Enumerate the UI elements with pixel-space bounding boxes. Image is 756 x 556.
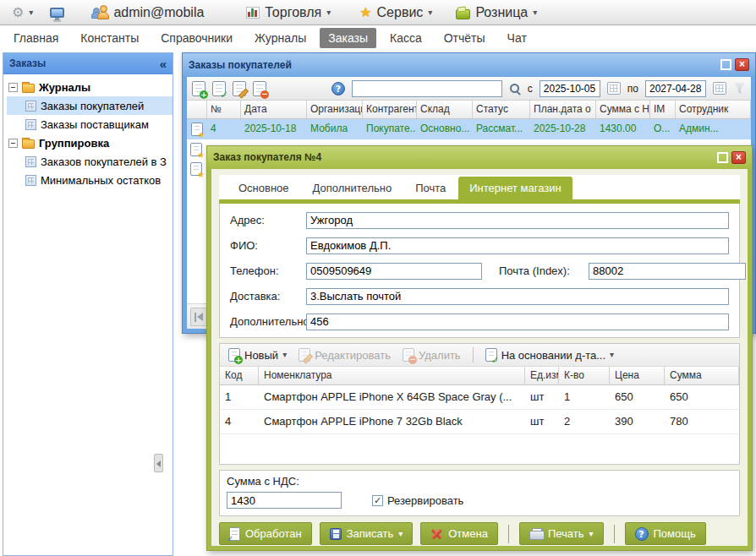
save-button[interactable]: Записать ▾ [320, 522, 414, 545]
tree-group-gruppirovka[interactable]: Группировка [7, 134, 173, 152]
help-icon[interactable]: ? [331, 82, 345, 95]
phone-input[interactable] [306, 263, 482, 280]
items-col-price[interactable]: Цена [610, 367, 665, 385]
new-order-button[interactable] [192, 81, 205, 96]
address-input[interactable] [306, 212, 729, 229]
tab-dopolnitelno[interactable]: Дополнительно [302, 177, 403, 199]
date-from-input[interactable] [540, 80, 600, 97]
items-col-sum[interactable]: Сумма [665, 367, 739, 385]
collapse-panel-icon[interactable]: « [160, 57, 167, 70]
tab-konstanty[interactable]: Константы [72, 28, 147, 48]
column-header-warehouse[interactable]: Склад [417, 101, 473, 119]
order-modal-body: Основное Дополнительно Почта Интернет ма… [211, 169, 748, 546]
delivery-input[interactable] [306, 288, 729, 305]
settings-menu[interactable]: ⚙ ▾ [7, 6, 38, 19]
cell-employee: Админ... [676, 119, 751, 139]
checkbox-checked-icon[interactable]: ✓ [372, 495, 383, 506]
cancel-x-icon [430, 527, 443, 540]
items-col-unit[interactable]: Ед.изм. [525, 367, 559, 385]
main-tabbar: Главная Константы Справочники Журналы За… [0, 26, 756, 49]
post-order-button[interactable] [212, 81, 226, 96]
menu-trade[interactable]: Торговля ▾ [241, 5, 336, 20]
collapse-node-icon[interactable] [8, 139, 18, 148]
cell-plan-date: 2025-10-28 [530, 119, 596, 139]
menu-retail[interactable]: Розница ▾ [451, 5, 542, 20]
help-button[interactable]: ? Помощь [625, 522, 706, 545]
modal-footer: Обработан Записать ▾ Отмена Печать ▾ [219, 516, 740, 545]
tab-chat[interactable]: Чат [499, 28, 535, 48]
tree-item-grouping-orders[interactable]: Заказов покупателей в З [7, 152, 173, 171]
collapse-node-icon[interactable] [8, 83, 18, 92]
column-header-sum[interactable]: Сумма с НДС [596, 101, 650, 119]
tree-item-orders-suppliers[interactable]: Заказы поставщикам [7, 115, 173, 134]
tab-kassa[interactable]: Касса [381, 28, 430, 48]
close-icon[interactable]: × [731, 151, 746, 164]
tab-spravochniki[interactable]: Справочники [152, 28, 241, 48]
orders-search-input[interactable] [352, 80, 502, 97]
total-sum-input[interactable] [227, 492, 342, 509]
maximize-icon[interactable] [717, 152, 728, 163]
delete-order-button[interactable] [253, 81, 266, 96]
tab-zhurnaly[interactable]: Журналы [246, 28, 315, 48]
calendar-icon[interactable] [607, 82, 621, 95]
items-col-qty[interactable]: К-во [559, 367, 610, 385]
user-name: admin@mobila [113, 5, 204, 20]
item-edit-button[interactable]: Редактировать [295, 346, 394, 363]
sidebar-splitter-handle[interactable] [154, 454, 163, 472]
tab-pochta[interactable]: Почта [404, 177, 457, 199]
date-to-input[interactable] [645, 80, 706, 97]
filter-funnel-icon[interactable] [733, 83, 746, 95]
items-col-nomenclature[interactable]: Номенклатура [259, 367, 525, 385]
item-sum: 780 [665, 410, 739, 433]
orders-grid-header: № Дата Организация Контрагент Склад Стат… [187, 101, 751, 119]
column-header-date[interactable]: Дата [241, 101, 307, 119]
search-icon[interactable] [509, 83, 521, 95]
column-header-organization[interactable]: Организация [307, 101, 363, 119]
maximize-icon[interactable] [720, 59, 731, 70]
item-row[interactable]: 1 Смартфон APPLE iPhone X 64GB Space Gra… [220, 385, 739, 410]
item-new-button[interactable]: Новый ▾ [225, 346, 290, 363]
item-new-label: Новый [244, 349, 278, 362]
extra-input[interactable] [306, 313, 729, 330]
items-col-code[interactable]: Код [220, 367, 259, 385]
calendar-icon[interactable] [713, 82, 726, 95]
menu-retail-label: Розница [475, 5, 528, 20]
monitor-button[interactable] [45, 7, 69, 18]
item-row[interactable]: 4 Смартфон APPLE iPhone 7 32Gb Black шт … [220, 410, 739, 434]
tab-internet-magazin[interactable]: Интернет магазин [458, 177, 572, 199]
close-icon[interactable]: × [735, 58, 749, 71]
monitor-icon [50, 8, 64, 18]
order-row-selected[interactable]: 4 2025-10-18 Мобила Покупате... Основно.… [187, 119, 751, 139]
mail-index-input[interactable] [589, 263, 746, 280]
user-menu[interactable]: admin@mobila [86, 5, 209, 20]
tab-osnovnoe[interactable]: Основное [227, 177, 300, 199]
column-header-contragent[interactable]: Контрагент [363, 101, 417, 119]
based-on-document-button[interactable]: На основании д-та... ▾ [482, 346, 618, 363]
tree-item-min-stock[interactable]: Минимальных остатков [7, 171, 173, 189]
tab-otchety[interactable]: Отчёты [436, 28, 494, 48]
item-delete-button[interactable]: Удалить [399, 346, 464, 363]
reserve-label: Резервировать [387, 494, 463, 507]
chevron-down-icon: ▾ [29, 8, 33, 17]
column-header-employee[interactable]: Сотрудник [676, 101, 751, 119]
chevron-down-icon: ▾ [610, 351, 614, 359]
column-header-im[interactable]: IM [650, 101, 676, 119]
order-modal-window: Заказ покупателя №4 × Основное Дополните… [206, 145, 753, 551]
item-code: 1 [220, 385, 259, 409]
tree-group-label: Группировка [39, 137, 109, 150]
column-header-plan-date[interactable]: План.дата о [530, 101, 596, 119]
menu-service[interactable]: ★ Сервис ▾ [354, 5, 437, 20]
fio-input[interactable] [306, 237, 729, 254]
reserve-checkbox-group[interactable]: ✓ Резервировать [372, 494, 463, 507]
order-items-panel: Новый ▾ Редактировать Удалить На осн [219, 343, 740, 465]
edit-order-button[interactable] [233, 81, 246, 96]
tree-group-zhurnaly[interactable]: Журналы [7, 78, 173, 96]
print-button[interactable]: Печать ▾ [519, 522, 604, 545]
tab-glavnaya[interactable]: Главная [5, 28, 67, 48]
column-header-number[interactable]: № [207, 101, 241, 119]
tree-item-orders-customers[interactable]: Заказы покупателей [7, 96, 173, 115]
cancel-button[interactable]: Отмена [420, 522, 498, 545]
tab-zakazy[interactable]: Заказы [320, 28, 376, 48]
column-header-status[interactable]: Статус [473, 101, 530, 119]
processed-button[interactable]: Обработан [219, 522, 312, 545]
